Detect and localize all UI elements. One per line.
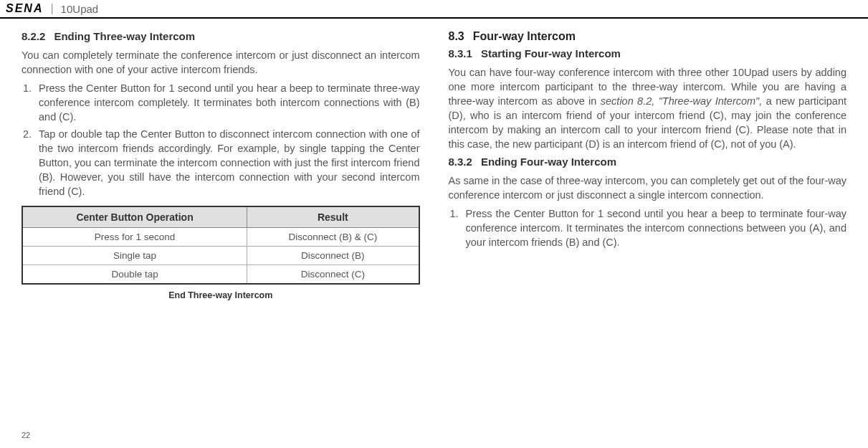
- table-header-result: Result: [247, 206, 419, 228]
- paragraph: You can completely terminate the confere…: [22, 48, 420, 77]
- list-number: 1.: [449, 206, 466, 249]
- brand-logo: SENA: [6, 2, 43, 15]
- list-text: Press the Center Button for 1 second unt…: [39, 81, 420, 124]
- page-number: 22: [22, 431, 30, 439]
- cell-operation: Single tap: [22, 247, 247, 265]
- heading-title: Ending Three-way Intercom: [54, 30, 195, 42]
- list-text: Press the Center Button for 1 second unt…: [466, 206, 847, 249]
- table-container: Center Button Operation Result Press for…: [22, 206, 420, 300]
- table-row: Single tap Disconnect (B): [22, 247, 419, 265]
- section-reference: section 8.2, "Three-way Intercom",: [601, 95, 763, 107]
- cell-operation: Double tap: [22, 265, 247, 285]
- heading-number: 8.3.1: [449, 47, 472, 59]
- heading-title: Four-way Intercom: [473, 30, 576, 42]
- list-text: Tap or double tap the Center Button to d…: [39, 127, 420, 199]
- paragraph: As same in the case of three-way interco…: [449, 173, 847, 202]
- table-header-operation: Center Button Operation: [22, 206, 247, 228]
- table-row: Press for 1 second Disconnect (B) & (C): [22, 228, 419, 247]
- operation-table: Center Button Operation Result Press for…: [22, 206, 420, 285]
- header-divider: |: [50, 2, 53, 15]
- list-number: 1.: [22, 81, 39, 124]
- section-heading: 8.3Four-way Intercom: [449, 30, 847, 43]
- list-item: 2. Tap or double tap the Center Button t…: [22, 127, 420, 199]
- heading-title: Ending Four-way Intercom: [481, 156, 616, 168]
- subsection-heading: 8.3.2Ending Four-way Intercom: [449, 156, 847, 168]
- paragraph: You can have four-way conference interco…: [449, 65, 847, 151]
- cell-result: Disconnect (B) & (C): [247, 228, 419, 247]
- left-column: 8.2.2Ending Three-way Intercom You can c…: [22, 30, 420, 300]
- cell-result: Disconnect (C): [247, 265, 419, 285]
- cell-result: Disconnect (B): [247, 247, 419, 265]
- table-row: Double tap Disconnect (C): [22, 265, 419, 285]
- right-column: 8.3Four-way Intercom 8.3.1Starting Four-…: [449, 30, 847, 300]
- list-item: 1. Press the Center Button for 1 second …: [22, 81, 420, 124]
- page-content: 8.2.2Ending Three-way Intercom You can c…: [0, 19, 868, 300]
- heading-number: 8.3.2: [449, 156, 472, 168]
- cell-operation: Press for 1 second: [22, 228, 247, 247]
- subsection-heading: 8.2.2Ending Three-way Intercom: [22, 30, 420, 42]
- heading-number: 8.2.2: [22, 30, 45, 42]
- document-header: SENA | 10Upad: [0, 0, 868, 19]
- heading-title: Starting Four-way Intercom: [481, 47, 621, 59]
- heading-number: 8.3: [449, 30, 464, 43]
- list-number: 2.: [22, 127, 39, 199]
- subsection-heading: 8.3.1Starting Four-way Intercom: [449, 47, 847, 59]
- table-caption: End Three-way Intercom: [22, 290, 420, 300]
- list-item: 1. Press the Center Button for 1 second …: [449, 206, 847, 249]
- product-name: 10Upad: [61, 3, 99, 15]
